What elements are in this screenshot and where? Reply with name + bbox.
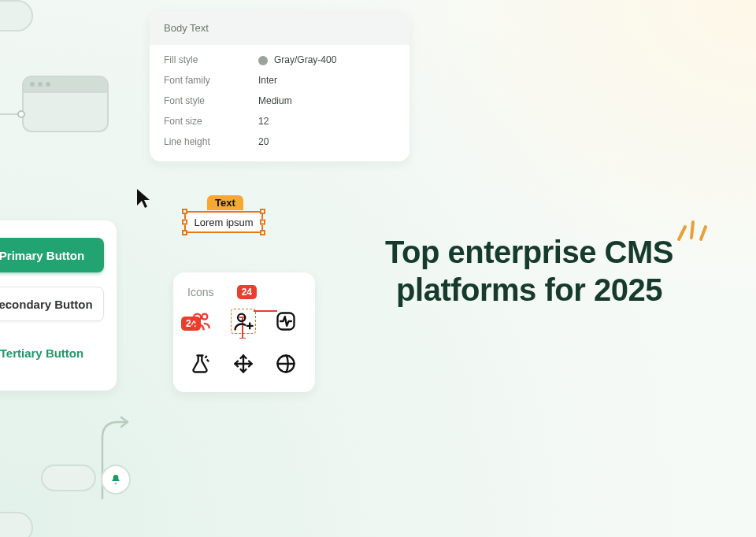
connector-line	[0, 113, 19, 115]
icons-title: Icons	[187, 286, 213, 298]
svg-point-2	[238, 314, 245, 321]
svg-point-0	[194, 314, 201, 321]
style-label: Font family	[164, 75, 258, 86]
resize-handle[interactable]	[182, 220, 187, 225]
swatch-icon	[258, 56, 268, 65]
window-dots	[30, 82, 50, 87]
cursor-icon	[135, 187, 151, 209]
style-row-font-family: Font family Inter	[164, 75, 395, 86]
secondary-button[interactable]: Secondary Button	[0, 287, 104, 321]
page-headline: Top enterprise CMS platforms for 2025	[340, 233, 718, 309]
icons-grid	[187, 309, 301, 376]
style-label: Font style	[164, 95, 258, 106]
user-add-icon[interactable]	[231, 309, 256, 334]
connector-dot	[17, 110, 25, 118]
resize-handle[interactable]	[260, 230, 265, 235]
style-value: 12	[258, 116, 269, 127]
users-icon[interactable]	[187, 309, 213, 334]
text-tag: Text	[207, 195, 243, 210]
browser-window-decoration	[22, 76, 109, 132]
svg-point-1	[202, 314, 207, 320]
text-selection-content: Lorem ipsum	[194, 217, 253, 228]
flask-sparkle-icon[interactable]	[187, 351, 213, 376]
resize-handle[interactable]	[182, 209, 187, 214]
dimension-badge: 24	[237, 285, 257, 299]
decorative-pill	[41, 465, 96, 491]
text-selection-box[interactable]: Lorem ipsum	[184, 211, 263, 233]
icons-showcase-card: Icons 24 24	[173, 272, 315, 392]
primary-button[interactable]: Primary Button	[0, 238, 104, 272]
resize-handle[interactable]	[260, 209, 265, 214]
style-value: Inter	[258, 75, 277, 86]
style-value: Medium	[258, 95, 292, 106]
style-row-font-size: Font size 12	[164, 116, 395, 127]
resize-handle[interactable]	[182, 230, 187, 235]
headline-line1: Top enterprise CMS	[385, 235, 673, 269]
tertiary-button[interactable]: Tertiary Button	[0, 335, 104, 370]
notification-bell-button[interactable]	[101, 465, 131, 494]
buttons-showcase-card: Primary Button Secondary Button Tertiary…	[0, 220, 117, 391]
activity-icon[interactable]	[273, 309, 298, 334]
decorative-pill	[0, 0, 33, 31]
style-label: Line height	[164, 136, 258, 147]
headline-line2: platforms for 2025	[396, 272, 662, 307]
bell-icon	[109, 473, 122, 486]
style-row-font-style: Font style Medium	[164, 95, 395, 106]
move-icon[interactable]	[231, 351, 256, 376]
resize-handle[interactable]	[260, 220, 265, 225]
style-label: Fill style	[164, 54, 258, 65]
style-value: 20	[258, 136, 269, 147]
style-value: Gray/Gray-400	[258, 54, 336, 65]
body-text-rows: Fill style Gray/Gray-400 Font family Int…	[150, 45, 410, 161]
style-row-fill: Fill style Gray/Gray-400	[164, 54, 395, 65]
style-label: Font size	[164, 116, 258, 127]
body-text-style-card: Body Text Fill style Gray/Gray-400 Font …	[150, 11, 410, 161]
globe-icon[interactable]	[273, 351, 298, 376]
style-row-line-height: Line height 20	[164, 136, 395, 147]
body-text-header: Body Text	[150, 11, 410, 45]
decorative-pill	[0, 512, 33, 537]
